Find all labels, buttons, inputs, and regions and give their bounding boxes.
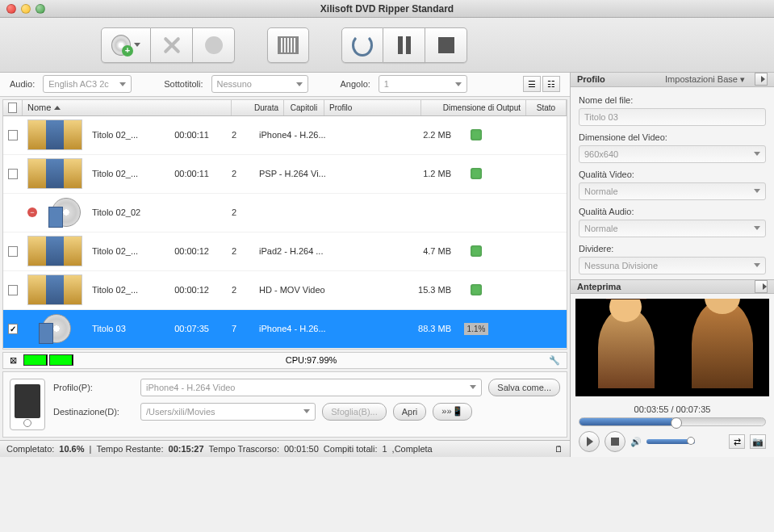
snapshot-toggle-button[interactable]: ⇄ <box>729 434 745 449</box>
wrench-icon[interactable]: 🔧 <box>549 355 560 366</box>
row-chapters: 7 <box>214 324 254 333</box>
stop-icon <box>438 37 454 53</box>
row-checkbox[interactable] <box>8 169 18 179</box>
close-cpu-icon[interactable]: ⊠ <box>10 355 17 366</box>
stop-icon <box>611 438 619 446</box>
videoquality-select[interactable]: Normale <box>579 182 766 200</box>
table-row[interactable]: Titolo 02_...00:00:112iPhone4 - H.26...2… <box>3 116 567 155</box>
column-stato[interactable]: Stato <box>526 100 567 115</box>
preview-video[interactable] <box>575 299 769 397</box>
filename-input[interactable]: Titolo 03 <box>579 108 766 126</box>
table-row[interactable]: Titolo 02_...00:00:122HD - MOV Video15.3… <box>3 271 567 310</box>
column-capitoli[interactable]: Capitoli <box>284 100 324 115</box>
output-settings: Profilo(P): iPhone4 - H.264 Video Salva … <box>2 371 567 438</box>
preview-seek-slider[interactable] <box>579 417 766 426</box>
chevron-down-icon <box>754 263 760 267</box>
cpu-gauge <box>23 354 73 366</box>
table-row[interactable]: Titolo 02_...00:00:112PSP - H.264 Vi...1… <box>3 155 567 194</box>
chevron-down-icon <box>754 189 760 193</box>
profile-label: Profilo(P): <box>53 383 134 392</box>
column-profilo[interactable]: Profilo <box>324 100 421 115</box>
row-checkbox[interactable] <box>8 130 18 140</box>
angle-label: Angolo: <box>341 79 370 89</box>
header-checkbox[interactable] <box>3 100 23 115</box>
column-durata[interactable]: Durata <box>232 100 284 115</box>
list-icon: ☰ <box>528 79 536 90</box>
row-checkbox[interactable] <box>8 324 18 334</box>
column-nome[interactable]: Nome <box>23 100 232 115</box>
zoom-window-button[interactable] <box>36 4 45 14</box>
videodim-label: Dimensione del Video: <box>579 132 766 142</box>
chevron-down-icon <box>303 409 310 413</box>
clip-button[interactable] <box>267 27 309 63</box>
volume-icon[interactable]: 🔊 <box>630 437 642 447</box>
snapshot-button[interactable]: 📷 <box>750 434 766 449</box>
detail-icon: ☷ <box>547 79 555 90</box>
expand-preview-button[interactable] <box>755 280 768 293</box>
profile-panel-header: Profilo Impostazioni Base ▾ <box>571 73 774 87</box>
row-name: Titolo 02_... <box>87 169 161 178</box>
table-row[interactable]: −Titolo 02_022 <box>3 194 567 232</box>
subtitle-select[interactable]: Nessuno <box>211 75 308 93</box>
add-disc-button[interactable]: + <box>101 27 151 63</box>
stop-preview-button[interactable] <box>605 431 625 452</box>
row-thumbnail <box>23 119 87 150</box>
stop-button[interactable] <box>425 27 467 63</box>
minimize-window-button[interactable] <box>21 4 31 14</box>
row-name: Titolo 02_... <box>87 130 161 140</box>
profile-select[interactable]: iPhone4 - H.264 Video <box>140 379 482 396</box>
angle-select[interactable]: 1 <box>379 75 467 93</box>
open-button[interactable]: Apri <box>393 403 427 421</box>
status-ok-icon <box>471 168 482 179</box>
row-status <box>456 284 496 295</box>
window-titlebar: Xilisoft DVD Ripper Standard <box>0 0 774 18</box>
audio-select[interactable]: English AC3 2c <box>43 75 132 93</box>
row-duration: 00:00:12 <box>161 285 214 295</box>
expand-panel-button[interactable] <box>755 73 768 86</box>
profile-button[interactable] <box>193 27 235 63</box>
subtitle-label: Sottotitoli: <box>164 79 203 89</box>
audioquality-select[interactable]: Normale <box>579 220 766 237</box>
play-button[interactable] <box>579 431 600 452</box>
close-window-button[interactable] <box>6 4 16 14</box>
settings-link[interactable]: Impostazioni Base ▾ <box>665 74 745 85</box>
transfer-button[interactable]: »»📱 <box>433 403 471 421</box>
chevron-down-icon <box>119 82 126 86</box>
column-dim[interactable]: Dimensione di Output <box>421 100 526 115</box>
row-checkbox[interactable] <box>8 285 18 295</box>
status-ok-icon <box>471 245 482 257</box>
remove-button[interactable] <box>151 27 193 63</box>
table-row[interactable]: Titolo 0300:07:357iPhone4 - H.26...88.3 … <box>3 310 567 349</box>
browse-button[interactable]: Sfoglia(B)... <box>322 403 386 421</box>
cpu-label: CPU:97.99% <box>80 355 542 365</box>
split-select[interactable]: Nessuna Divisione <box>579 257 766 274</box>
row-chapters: 2 <box>214 130 254 140</box>
pause-button[interactable] <box>383 27 425 63</box>
table-row[interactable]: Titolo 02_...00:00:122iPad2 - H.264 ...4… <box>3 232 567 271</box>
row-dimension: 2.2 MB <box>351 130 456 140</box>
convert-button[interactable] <box>341 27 383 63</box>
plus-badge-icon: + <box>122 45 133 57</box>
save-as-button[interactable]: Salva come... <box>488 379 560 396</box>
chevron-down-icon <box>470 385 476 389</box>
row-status <box>456 168 496 179</box>
row-checkbox[interactable] <box>8 246 18 257</box>
detail-view-button[interactable]: ☷ <box>542 76 560 92</box>
row-duration: 00:00:11 <box>161 169 214 178</box>
row-name: Titolo 02_... <box>87 246 161 256</box>
main-toolbar: + <box>0 18 774 73</box>
sort-asc-icon <box>54 106 61 110</box>
row-profile: HD - MOV Video <box>254 285 351 295</box>
status-bar: Completato: 10.6% | Tempo Restante: 00:1… <box>0 440 570 457</box>
list-view-button[interactable]: ☰ <box>523 76 541 92</box>
row-dimension: 15.3 MB <box>351 285 456 295</box>
chevron-down-icon <box>455 82 462 86</box>
split-label: Dividere: <box>579 244 766 253</box>
report-icon[interactable]: 🗒 <box>554 444 563 454</box>
dest-select[interactable]: /Users/xili/Movies <box>140 403 316 421</box>
volume-slider[interactable] <box>646 439 695 444</box>
videodim-select[interactable]: 960x640 <box>579 145 766 163</box>
device-thumb-icon <box>10 379 45 430</box>
chevron-down-icon <box>296 82 303 86</box>
row-status <box>456 245 496 257</box>
